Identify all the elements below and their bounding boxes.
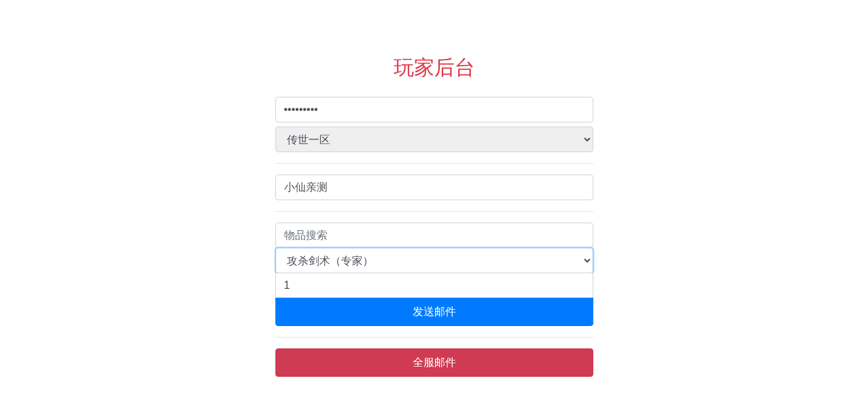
item-select[interactable]: 攻杀剑术（专家） bbox=[275, 248, 593, 273]
divider bbox=[275, 163, 593, 164]
character-name-input[interactable] bbox=[275, 175, 593, 200]
page-title: 玩家后台 bbox=[275, 54, 593, 82]
server-select[interactable]: 传世一区 bbox=[275, 127, 593, 152]
global-mail-button[interactable]: 全服邮件 bbox=[275, 348, 593, 377]
divider bbox=[275, 337, 593, 338]
admin-panel: 玩家后台 传世一区 攻杀剑术（专家） 发送邮件 全服邮件 bbox=[275, 0, 593, 377]
divider bbox=[275, 211, 593, 212]
send-mail-button[interactable]: 发送邮件 bbox=[275, 298, 593, 326]
password-input[interactable] bbox=[275, 97, 593, 122]
item-search-input[interactable] bbox=[275, 223, 593, 248]
quantity-input[interactable] bbox=[275, 273, 593, 298]
